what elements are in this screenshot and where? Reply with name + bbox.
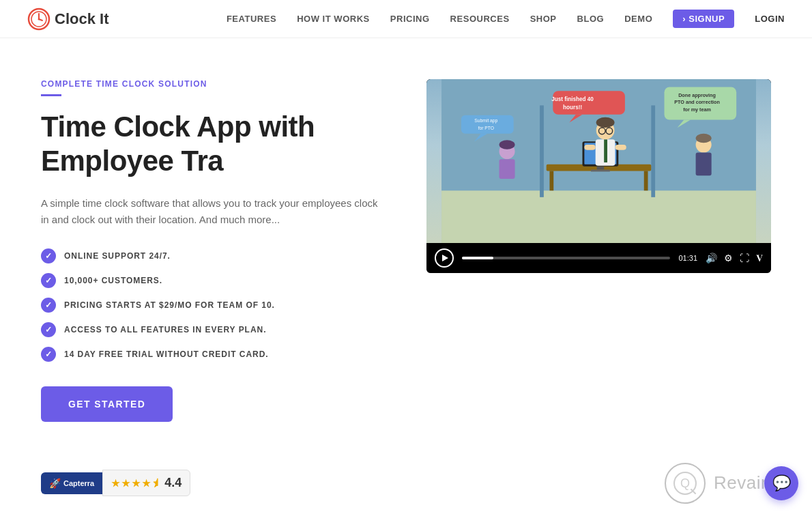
- video-controls: 01:31 🔊 ⚙ ⛶ 𝐕: [426, 243, 771, 273]
- nav-blog[interactable]: BLOG: [577, 14, 605, 24]
- star-rating: ★ ★ ★ ★ ⯨: [111, 478, 162, 489]
- svg-rect-10: [549, 171, 553, 190]
- nav-features[interactable]: FEATURES: [227, 14, 276, 24]
- feature-label-4: ACCESS TO ALL FEATURES IN EVERY PLAN.: [64, 325, 266, 334]
- svg-text:for my team: for my team: [683, 106, 711, 113]
- svg-rect-8: [651, 105, 655, 197]
- svg-text:for PTO: for PTO: [478, 126, 494, 130]
- nav-demo[interactable]: DEMO: [624, 14, 652, 24]
- star-2: ★: [121, 478, 130, 489]
- nav-shop[interactable]: SHOP: [530, 14, 557, 24]
- svg-point-17: [596, 117, 615, 128]
- star-3: ★: [132, 478, 141, 489]
- header: Clock It FEATURES HOW IT WORKS PRICING R…: [0, 0, 812, 38]
- bottom-section: 🚀 Capterra ★ ★ ★ ★ ⯨ 4.4 Q Revain: [0, 449, 812, 514]
- hero-description: A simple time clock software that allows…: [41, 195, 386, 228]
- nav-pricing[interactable]: PRICING: [390, 14, 430, 24]
- check-icon-1: [41, 248, 56, 263]
- svg-text:PTO and correction: PTO and correction: [674, 99, 720, 105]
- nav-how-it-works[interactable]: HOW IT WORKS: [297, 14, 370, 24]
- check-icon-3: [41, 298, 56, 313]
- svg-point-30: [696, 134, 712, 143]
- capterra-name: Capterra: [63, 479, 94, 487]
- svg-text:Done approving: Done approving: [678, 92, 716, 98]
- svg-text:Q: Q: [680, 476, 690, 490]
- feature-label-2: 10,000+ CUSTOMERS.: [64, 276, 162, 285]
- main-content: COMPLETE TIME CLOCK SOLUTION Time Clock …: [0, 38, 812, 449]
- check-icon-5: [41, 347, 56, 362]
- video-control-icons: 🔊 ⚙ ⛶ 𝐕: [706, 253, 763, 264]
- play-button[interactable]: [435, 248, 454, 268]
- video-thumbnail-scene: Just finished 40 hours!! Done approving …: [426, 79, 771, 243]
- chat-icon: 💬: [772, 474, 791, 492]
- svg-text:Just finished 40: Just finished 40: [551, 96, 594, 102]
- hero-title: Time Clock App with Employee Tra: [41, 110, 386, 179]
- tagline-underline: [41, 94, 61, 96]
- svg-text:hours!!: hours!!: [563, 104, 582, 111]
- capterra-badge: 🚀 Capterra ★ ★ ★ ★ ⯨ 4.4: [41, 470, 190, 496]
- star-4: ★: [142, 478, 151, 489]
- capterra-rating-block: ★ ★ ★ ★ ⯨ 4.4: [102, 470, 190, 496]
- svg-rect-15: [591, 170, 610, 172]
- fullscreen-icon[interactable]: ⛶: [740, 253, 749, 263]
- revain-name: Revain: [714, 472, 771, 494]
- revain-badge: Q Revain: [665, 463, 771, 504]
- svg-rect-29: [696, 153, 712, 176]
- svg-text:Submit app: Submit app: [474, 118, 497, 124]
- svg-rect-24: [615, 145, 626, 150]
- feature-label-3: PRICING STARTS AT $29/MO FOR TEAM OF 10.: [64, 300, 275, 310]
- capterra-logo: 🚀 Capterra: [41, 472, 102, 494]
- features-list: ONLINE SUPPORT 24/7. 10,000+ CUSTOMERS. …: [41, 248, 386, 362]
- star-5: ⯨: [152, 478, 162, 489]
- hero-section: COMPLETE TIME CLOCK SOLUTION Time Clock …: [41, 79, 386, 422]
- nav-resources[interactable]: RESOURCES: [450, 14, 510, 24]
- feature-item: ACCESS TO ALL FEATURES IN EVERY PLAN.: [41, 322, 386, 337]
- video-duration: 01:31: [678, 254, 697, 262]
- rocket-icon: 🚀: [49, 478, 61, 489]
- svg-point-27: [499, 140, 515, 149]
- chat-widget[interactable]: 💬: [764, 466, 798, 500]
- svg-rect-26: [499, 159, 515, 179]
- nav-login[interactable]: LOGIN: [755, 14, 785, 24]
- svg-rect-11: [644, 171, 648, 190]
- revain-icon: Q: [665, 463, 706, 504]
- feature-label-5: 14 DAY FREE TRIAL WITHOUT CREDIT CARD.: [64, 349, 269, 359]
- svg-point-4: [38, 18, 40, 20]
- video-section: 👤 ClockIt - Online Time Clock Software B…: [426, 79, 771, 273]
- svg-rect-7: [540, 105, 544, 197]
- svg-rect-31: [553, 91, 625, 115]
- nav-signup[interactable]: › SIGNUP: [673, 10, 734, 28]
- feature-label-1: ONLINE SUPPORT 24/7.: [64, 251, 171, 261]
- feature-item: ONLINE SUPPORT 24/7.: [41, 248, 386, 263]
- star-1: ★: [111, 478, 120, 489]
- volume-icon[interactable]: 🔊: [706, 253, 717, 263]
- main-nav: FEATURES HOW IT WORKS PRICING RESOURCES …: [227, 10, 785, 28]
- logo[interactable]: Clock It: [27, 8, 108, 31]
- progress-fill: [462, 257, 493, 259]
- svg-rect-6: [441, 190, 756, 243]
- check-icon-4: [41, 322, 56, 337]
- check-icon-2: [41, 273, 56, 288]
- hero-tagline: COMPLETE TIME CLOCK SOLUTION: [41, 79, 386, 89]
- svg-rect-23: [584, 145, 595, 150]
- capterra-score: 4.4: [164, 476, 182, 490]
- logo-text: Clock It: [55, 10, 108, 28]
- logo-icon: [27, 8, 50, 31]
- vimeo-icon[interactable]: 𝐕: [756, 253, 763, 264]
- svg-rect-14: [597, 167, 605, 170]
- office-svg: Just finished 40 hours!! Done approving …: [426, 79, 771, 243]
- progress-bar[interactable]: [462, 257, 670, 259]
- svg-rect-22: [604, 139, 607, 162]
- feature-item: PRICING STARTS AT $29/MO FOR TEAM OF 10.: [41, 298, 386, 313]
- get-started-button[interactable]: GET STARTED: [41, 386, 173, 422]
- feature-item: 14 DAY FREE TRIAL WITHOUT CREDIT CARD.: [41, 347, 386, 362]
- settings-icon[interactable]: ⚙: [724, 253, 733, 263]
- feature-item: 10,000+ CUSTOMERS.: [41, 273, 386, 288]
- video-player[interactable]: 👤 ClockIt - Online Time Clock Software B…: [426, 79, 771, 273]
